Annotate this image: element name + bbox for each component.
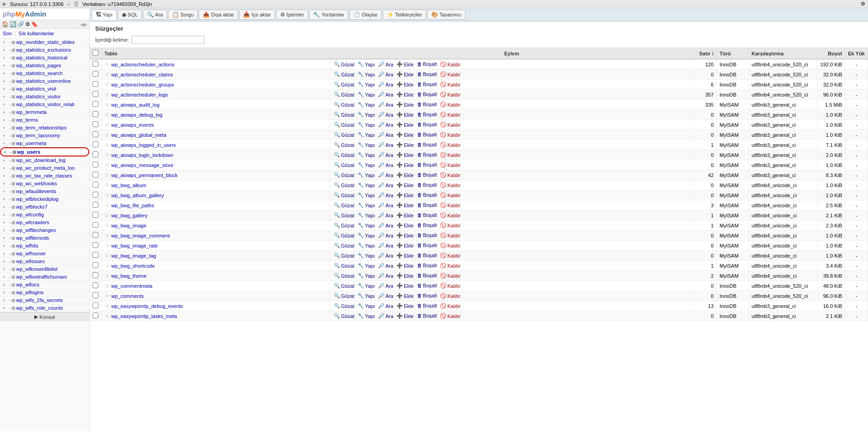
sidebar-item-wp_wfconfig[interactable]: +-⊞wp_wfconfig (0, 211, 89, 219)
gozat-btn-20[interactable]: 🔍 Gözat (333, 262, 355, 269)
sidebar-item-label[interactable]: wp_wflogins (16, 290, 43, 295)
yapi-btn-15[interactable]: 🔧 Yapı (357, 212, 376, 219)
sidebar-item-wp_revslider_static_slides[interactable]: +-⊞wp_revslider_static_slides (0, 38, 89, 46)
toolbar-btn-sorgu[interactable]: 📋Sorgu (168, 10, 198, 20)
table-name-link-2[interactable]: wp_actionscheduler_groups (111, 82, 174, 87)
sidebar-item-wp_usermeta[interactable]: +-⊞wp_usermeta (0, 140, 89, 147)
gozat-btn-18[interactable]: 🔍 Gözat (333, 242, 355, 249)
yapi-btn-17[interactable]: 🔧 Yapı (357, 232, 376, 239)
ara-btn-4[interactable]: 🔎 Ara (377, 101, 394, 108)
sidebar-item-wp_statistics_pages[interactable]: +-⊞wp_statistics_pages (0, 62, 89, 70)
bosalt-btn-7[interactable]: 🗑 Boşalt (416, 131, 438, 138)
sidebar-item-label[interactable]: wp_wfls_2fa_secrets (16, 297, 63, 303)
table-name-link-9[interactable]: wp_aiowps_login_lockdown (111, 152, 174, 158)
ekle-btn-3[interactable]: ➕ Ekle (396, 91, 414, 98)
table-name-link-11[interactable]: wp_aiowps_permanent_block (111, 172, 178, 178)
kaldir-btn-4[interactable]: 🚫 Kaldır (439, 101, 461, 108)
kaldir-btn-14[interactable]: 🚫 Kaldır (439, 202, 461, 209)
table-name-link-17[interactable]: wp_bwg_image_comment (111, 233, 170, 238)
sidebar-item-wp_wfauditevents[interactable]: +-⊞wp_wfauditevents (0, 188, 89, 195)
ekle-btn-19[interactable]: ➕ Ekle (396, 252, 414, 259)
ekle-btn-10[interactable]: ➕ Ekle (396, 162, 414, 168)
sidebar-item-wp_wflivetraffichumam[interactable]: +-⊞wp_wflivetraffichumam (0, 273, 89, 281)
yapi-btn-3[interactable]: 🔧 Yapı (357, 91, 376, 98)
filter-input[interactable] (131, 36, 205, 44)
sidebar-item-label[interactable]: wp_statistics_search (16, 70, 63, 76)
ara-btn-21[interactable]: 🔎 Ara (377, 272, 394, 279)
sidebar-item-wp_wffilemods[interactable]: +-⊞wp_wffilemods (0, 234, 89, 242)
star-icon-20[interactable]: ☆ (104, 262, 110, 269)
sidebar-item-label[interactable]: wp_statistics_historical (16, 55, 67, 60)
star-icon-25[interactable]: ☆ (104, 312, 110, 319)
bosalt-btn-22[interactable]: 🗑 Boşalt (416, 282, 438, 289)
bosalt-btn-21[interactable]: 🗑 Boşalt (416, 272, 438, 279)
sidebar-item-wp_statistics_historical[interactable]: +-⊞wp_statistics_historical (0, 54, 89, 62)
bosalt-btn-24[interactable]: 🗑 Boşalt (416, 302, 438, 309)
sidebar-item-wp_wc_download_log[interactable]: +-⊞wp_wc_download_log (0, 156, 89, 164)
sidebar-item-label[interactable]: wp_wfissues (16, 259, 44, 264)
yapi-btn-1[interactable]: 🔧 Yapı (357, 71, 376, 78)
bookmark-icon[interactable]: 🔖 (31, 21, 38, 27)
sidebar-item-label[interactable]: wp_wfhoover (16, 251, 46, 256)
row-checkbox-17[interactable] (92, 232, 98, 238)
gozat-btn-4[interactable]: 🔍 Gözat (333, 101, 355, 108)
sidebar-item-label[interactable]: wp_wflivetraffichumam (16, 274, 67, 280)
bosalt-btn-6[interactable]: 🗑 Boşalt (416, 121, 438, 128)
ekle-btn-20[interactable]: ➕ Ekle (396, 262, 414, 269)
row-checkbox-18[interactable] (92, 242, 98, 248)
ekle-btn-15[interactable]: ➕ Ekle (396, 212, 414, 219)
star-icon-7[interactable]: ☆ (104, 131, 110, 138)
ekle-btn-16[interactable]: ➕ Ekle (396, 222, 414, 229)
kaldir-btn-18[interactable]: 🚫 Kaldır (439, 242, 461, 249)
row-checkbox-20[interactable] (92, 262, 98, 268)
sidebar-item-label[interactable]: wp_wfknownfilelist (16, 266, 57, 272)
ara-btn-12[interactable]: 🔎 Ara (377, 182, 394, 189)
table-name-link-19[interactable]: wp_bwg_image_tag (111, 253, 156, 259)
ara-btn-11[interactable]: 🔎 Ara (377, 172, 394, 178)
bosalt-btn-9[interactable]: 🗑 Boşalt (416, 151, 438, 158)
sidebar-item-label[interactable]: wp_statistics_pages (16, 63, 61, 68)
frequent-link[interactable]: Sık kullanılanlar (18, 31, 54, 36)
table-name-link-14[interactable]: wp_bwg_file_paths (111, 203, 154, 208)
gozat-btn-5[interactable]: 🔍 Gözat (333, 111, 355, 118)
table-name-link-7[interactable]: wp_aiowps_global_meta (111, 132, 166, 138)
ekle-btn-13[interactable]: ➕ Ekle (396, 192, 414, 199)
yapi-btn-0[interactable]: 🔧 Yapı (357, 61, 376, 68)
ekle-btn-5[interactable]: ➕ Ekle (396, 111, 414, 118)
gozat-btn-10[interactable]: 🔍 Gözat (333, 162, 355, 168)
bosalt-btn-15[interactable]: 🗑 Boşalt (416, 212, 438, 218)
ekle-btn-24[interactable]: ➕ Ekle (396, 302, 414, 309)
table-name-link-0[interactable]: wp_actionscheduler_actions (111, 62, 174, 67)
row-checkbox-1[interactable] (92, 71, 98, 77)
toolbar-btn-tetikleyiciler[interactable]: ⚡Tetikleyiciler (383, 10, 426, 20)
sidebar-item-label[interactable]: wp_term_taxonomy (16, 133, 60, 138)
yapi-btn-20[interactable]: 🔧 Yapı (357, 262, 376, 269)
ara-btn-7[interactable]: 🔎 Ara (377, 131, 394, 138)
sidebar-item-wp_wfcrawlers[interactable]: +-⊞wp_wfcrawlers (0, 219, 89, 226)
bosalt-btn-10[interactable]: 🗑 Boşalt (416, 162, 438, 168)
sidebar-item-label[interactable]: wp_wfhits (16, 243, 38, 248)
bosalt-btn-2[interactable]: 🗑 Boşalt (416, 81, 438, 87)
bosalt-btn-23[interactable]: 🗑 Boşalt (416, 292, 438, 299)
row-checkbox-6[interactable] (92, 121, 98, 127)
star-icon-8[interactable]: ☆ (104, 141, 110, 148)
toolbar-btn-islemler[interactable]: ⚙İşlemler (276, 10, 309, 20)
bosalt-btn-1[interactable]: 🗑 Boşalt (416, 71, 438, 77)
ekle-btn-14[interactable]: ➕ Ekle (396, 202, 414, 209)
toolbar-btn-sql[interactable]: ◉SQL (118, 10, 142, 20)
star-icon-15[interactable]: ☆ (104, 212, 110, 219)
sidebar-item-wp_term_taxonomy[interactable]: +-⊞wp_term_taxonomy (0, 132, 89, 140)
yapi-btn-12[interactable]: 🔧 Yapı (357, 182, 376, 189)
sidebar-item-label[interactable]: wp_wc_tax_rate_classes (16, 173, 72, 178)
sidebar-item-wp_wfblockediplog[interactable]: +-⊞wp_wfblockediplog (0, 195, 89, 203)
kaldir-btn-16[interactable]: 🚫 Kaldır (439, 222, 461, 229)
sidebar-item-label[interactable]: wp_wfauditevents (16, 189, 56, 194)
toolbar-btn-ara[interactable]: 🔍Ara (143, 10, 167, 20)
row-checkbox-21[interactable] (92, 272, 98, 278)
yapi-btn-25[interactable]: 🔧 Yapı (357, 312, 376, 319)
row-checkbox-13[interactable] (92, 192, 98, 198)
bosalt-btn-16[interactable]: 🗑 Boşalt (416, 222, 438, 228)
kaldir-btn-24[interactable]: 🚫 Kaldır (439, 302, 461, 309)
link-icon[interactable]: 🔗 (17, 21, 24, 27)
row-checkbox-12[interactable] (92, 182, 98, 188)
